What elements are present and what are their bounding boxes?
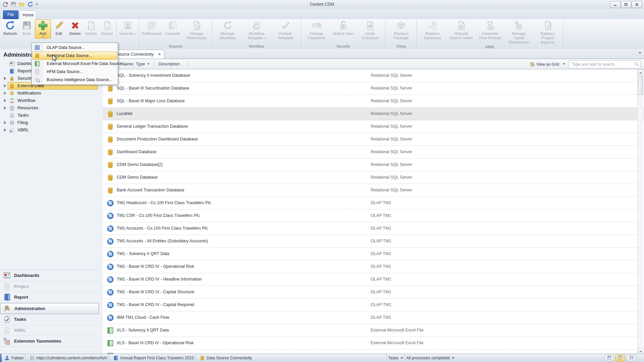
expander-icon[interactable] — [3, 77, 7, 80]
scroll-up-arrow-icon[interactable] — [638, 69, 643, 75]
close-button[interactable] — [632, 1, 642, 8]
row-type: Relational SQL Server — [371, 146, 412, 158]
layout-view-3-button[interactable] — [627, 355, 636, 361]
table-row[interactable]: LucaNetRelational SQL Server — [103, 108, 644, 120]
nav-item-tasks[interactable]: Tasks — [0, 314, 99, 325]
ribbon-button-add[interactable]: Add — [35, 19, 51, 39]
layout-view-2-button[interactable] — [615, 355, 625, 361]
table-row[interactable]: TM1 - Basel III CRD IV - Headline Inform… — [103, 273, 644, 286]
replace-project-aspects-icon — [543, 20, 553, 31]
ribbon-button-export: Export — [99, 19, 115, 36]
ribbon-button-delete[interactable]: Delete — [67, 19, 83, 36]
table-row[interactable]: TM1 - Basel III CRD IV - Capital Require… — [103, 299, 644, 311]
save-icon — [22, 20, 32, 31]
table-row[interactable]: XLS - Basel III CRD IV - Operational Ris… — [103, 337, 644, 350]
table-row[interactable]: CDM Demo Database[2]Relational SQL Serve… — [103, 159, 644, 171]
expander-icon[interactable] — [3, 128, 7, 132]
minimize-button[interactable] — [610, 1, 621, 8]
table-row[interactable]: TM1 - Solvency II QRT DataOLAP TM1 — [103, 248, 644, 260]
ribbon-button-refresh[interactable]: Refresh — [2, 19, 19, 36]
column-separator[interactable] — [154, 61, 154, 67]
search-input[interactable] — [571, 61, 633, 68]
tab-home[interactable]: Home — [20, 10, 37, 19]
tab-close-icon[interactable]: × — [158, 52, 161, 57]
column-header-type[interactable]: Type — [136, 59, 150, 69]
table-row[interactable]: SQL - Solvency II Investment DatabaseRel… — [103, 69, 644, 82]
tab-file[interactable]: File — [3, 10, 18, 19]
table-row[interactable]: IBM TM1 Cloud - Cash FlowOLAP TM1 — [103, 311, 644, 324]
menu-item-hfm-data-source[interactable]: HFM Data Source... — [33, 68, 117, 76]
rollforward-icon — [147, 20, 157, 31]
table-row[interactable]: SQL - Basel III Major Loss DatabaseRelat… — [103, 95, 644, 108]
row-name: TM1 Accounts - Co.100 First Class Travel… — [117, 222, 208, 235]
sidebar-item-xbrl[interactable]: XBRL — [0, 126, 99, 134]
table-row[interactable]: Dashboard DatabaseRelational SQL Server — [103, 146, 644, 159]
nav-item-extension-taxonomies[interactable]: Extension Taxonomies — [0, 336, 99, 347]
scrollbar-thumb[interactable] — [638, 76, 643, 95]
menu-item-business-intelligence-data-source[interactable]: Business Intelligence Data Source... — [33, 76, 117, 84]
row-name: SQL - Solvency II Investment Database — [117, 69, 190, 82]
column-header-description[interactable]: Description — [159, 59, 180, 69]
expander-icon[interactable] — [3, 92, 7, 95]
ribbon-button-workflow-template: Workflow Template — [242, 19, 271, 40]
type-filter-caret-icon[interactable] — [147, 63, 150, 66]
table-row[interactable]: Document Production Dashboard DatabaseRe… — [103, 133, 644, 146]
ribbon-button-edit[interactable]: Edit — [51, 19, 67, 36]
table-row[interactable]: TM1 CSR - Co.100 First Class Travellers … — [103, 209, 644, 222]
expander-icon[interactable] — [3, 106, 7, 110]
row-type: Relational SQL Server — [371, 171, 412, 184]
tree-item-label: Filing — [17, 119, 28, 126]
status-tasks-toggle[interactable]: Tasks — [388, 356, 403, 360]
ribbon-button-manage-workflow: Manage Workflow — [213, 19, 242, 40]
change-references-icon — [192, 20, 202, 31]
table-row[interactable]: XLS - Solvency II QRT DataExternal Micro… — [103, 324, 644, 337]
sidebar-item-notifications[interactable]: Notifications — [0, 89, 99, 97]
menu-item-olap-data-source[interactable]: OLAP Data Source... — [33, 44, 117, 52]
row-name: Document Production Dashboard Database — [117, 133, 198, 145]
nav-report-icon — [3, 293, 11, 301]
nav-item-administration[interactable]: Administration — [0, 303, 99, 314]
table-row[interactable]: Bank Account Transaction DatabaseRelatio… — [103, 184, 644, 197]
nav-item-report[interactable]: Report — [0, 292, 99, 303]
export-icon — [102, 20, 112, 31]
sidebar-item-tasks[interactable]: Tasks — [0, 112, 99, 119]
table-row[interactable]: TM1 Headcount - Co.100 First Class Trave… — [103, 197, 644, 209]
table-row[interactable]: TM1 - Basel III CRD IV - Capital Structu… — [103, 286, 644, 299]
database-icon — [107, 136, 114, 143]
sidebar-item-filing[interactable]: Filing — [0, 119, 99, 126]
sidebar-item-workflow[interactable]: Workflow — [0, 97, 99, 104]
column-separator[interactable] — [133, 61, 134, 67]
view-as-grid-button[interactable]: View as Grid — [530, 62, 566, 67]
table-row[interactable]: SQL - Basel III Securitisation DatabaseR… — [103, 82, 644, 95]
table-row[interactable]: TM1 - Basel III CRD IV - Operational Ris… — [103, 260, 644, 273]
expander-icon[interactable] — [3, 84, 7, 87]
table-row[interactable]: CDM Demo DatabaseRelational SQL Server — [103, 171, 644, 184]
layout-view-1-button[interactable] — [604, 355, 614, 361]
column-separator[interactable] — [188, 61, 189, 67]
olap-grid-icon — [34, 45, 40, 51]
row-name: LucaNet — [117, 108, 132, 120]
process-caret-icon — [452, 356, 454, 358]
menu-item-external-microsoft-excel-file-data-source[interactable]: External Microsoft Excel File Data Sourc… — [33, 60, 117, 68]
cascade-icon — [168, 20, 178, 31]
nav-item-xbrl: XBRL — [0, 325, 99, 336]
vertical-scrollbar[interactable] — [637, 69, 643, 354]
sidebar-item-resources[interactable]: Resources — [0, 104, 99, 112]
ribbon-button-label: Save — [22, 31, 31, 36]
olap-icon — [107, 250, 114, 258]
tab-list-caret-icon[interactable] — [639, 52, 641, 55]
olap-icon — [107, 314, 114, 321]
status-process-toggle[interactable]: All processes completed — [406, 356, 454, 360]
expander-icon[interactable] — [3, 121, 7, 124]
dropdown-caret-icon — [264, 38, 266, 40]
menu-item-relational-data-source[interactable]: Relational Data Source... — [33, 52, 117, 60]
table-row[interactable]: TM1 Accounts - Co.100 First Class Travel… — [103, 222, 644, 235]
delete-icon — [70, 20, 80, 31]
restore-button[interactable] — [621, 1, 631, 8]
nav-item-dashboards[interactable]: Dashboards — [0, 270, 99, 281]
table-row[interactable]: General Ledger Transaction DatabaseRelat… — [103, 120, 644, 133]
scroll-down-arrow-icon[interactable] — [638, 348, 643, 354]
table-row[interactable]: TM1 Accounts - All Entities (Subsidiary … — [103, 235, 644, 248]
expander-icon[interactable] — [3, 99, 7, 102]
database-icon — [107, 123, 114, 130]
